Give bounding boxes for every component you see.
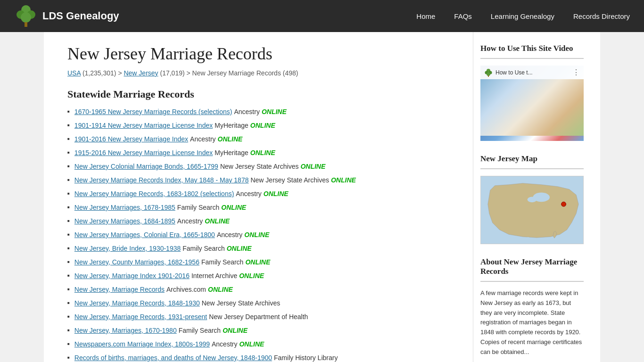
record-source: Family Search (177, 203, 219, 213)
list-item: New Jersey Marriages, 1678-1985 Family S… (67, 203, 459, 213)
list-item: New Jersey, Bride Index, 1930-1938 Famil… (67, 244, 459, 254)
online-badge: ONLINE (331, 175, 356, 185)
record-link[interactable]: Newspapers.com Marriage Index, 1800s-199… (74, 339, 210, 349)
video-thumbnail: How to Use t... ⋮ (480, 66, 584, 141)
record-source: MyHeritage (215, 121, 248, 131)
video-title-bar-text: How to Use t... (495, 69, 533, 76)
record-source: Family Search (182, 244, 224, 254)
online-badge: ONLINE (262, 107, 287, 117)
record-source: MyHeritage (215, 148, 248, 158)
page-title: New Jersey Marriage Records (67, 44, 459, 64)
record-source: Ancestry (177, 216, 203, 226)
video-logo-icon (484, 68, 493, 77)
about-section-title: About New Jersey Marriage Records (480, 257, 584, 276)
svg-point-3 (21, 12, 31, 23)
svg-point-12 (528, 197, 537, 202)
online-badge: ONLINE (218, 134, 243, 144)
video-section: How to Use This Site Video (480, 44, 584, 141)
record-link[interactable]: New Jersey Marriages, 1684-1895 (74, 216, 175, 226)
record-link[interactable]: 1915-2016 New Jersey Marriage License In… (74, 148, 213, 158)
breadcrumb-usa[interactable]: USA (67, 69, 81, 77)
list-item: 1670-1965 New Jersey Marriage Records (s… (67, 107, 459, 117)
nav-records-directory[interactable]: Records Directory (573, 12, 630, 20)
online-badge: ONLINE (221, 203, 246, 213)
video-container[interactable]: How to Use t... ⋮ (480, 66, 584, 141)
nj-map (480, 176, 584, 244)
record-source: New Jersey State Archives (250, 175, 329, 185)
video-dots-icon[interactable]: ⋮ (572, 68, 580, 77)
record-link[interactable]: New Jersey, Marriage Records, 1848-1930 (74, 298, 200, 308)
main-content: New Jersey Marriage Records USA (1,235,3… (53, 32, 473, 362)
record-source: Family Search (179, 326, 221, 336)
breadcrumb-nj[interactable]: New Jersey (124, 69, 158, 77)
list-item: 1915-2016 New Jersey Marriage License In… (67, 148, 459, 158)
record-link[interactable]: New Jersey, Marriage Index 1901-2016 (74, 271, 190, 281)
online-badge: ONLINE (239, 271, 264, 281)
record-link[interactable]: New Jersey Marriages, Colonial Era, 1665… (74, 230, 215, 240)
about-text: A few marriage records were kept in New … (480, 288, 584, 357)
record-link[interactable]: New Jersey, County Marriages, 1682-1956 (74, 257, 199, 267)
svg-rect-4 (25, 22, 27, 27)
record-link[interactable]: New Jersey, Bride Index, 1930-1938 (74, 244, 181, 254)
list-item: New Jersey, Marriage Records, 1931-prese… (67, 312, 459, 322)
record-source: Ancestry (190, 134, 215, 144)
nav-faqs[interactable]: FAQs (454, 12, 472, 20)
record-source: Internet Archive (191, 271, 237, 281)
online-badge: ONLINE (264, 189, 289, 199)
breadcrumb-usa-count: (1,235,301) > (83, 69, 124, 77)
nav-home[interactable]: Home (416, 12, 435, 20)
nav-learning-genealogy[interactable]: Learning Genealogy (491, 12, 554, 20)
online-badge: ONLINE (300, 162, 325, 172)
online-badge: ONLINE (223, 326, 248, 336)
record-link[interactable]: 1901-2016 New Jersey Marriage Index (74, 134, 188, 144)
record-link[interactable]: New Jersey, Marriage Records (74, 285, 165, 295)
record-link[interactable]: New Jersey Marriage Records, 1683-1802 (… (74, 189, 234, 199)
online-badge: ONLINE (250, 148, 275, 158)
map-container[interactable] (480, 176, 584, 244)
record-link[interactable]: New Jersey, Marriage Records, 1931-prese… (74, 312, 207, 322)
record-link[interactable]: Records of births, marriages, and deaths… (74, 353, 272, 362)
list-item: New Jersey, Marriages, 1670-1980 Family … (67, 326, 459, 336)
video-top-bar: How to Use t... ⋮ (480, 66, 584, 79)
record-link[interactable]: New Jersey Marriage Records Index, May 1… (74, 175, 249, 185)
record-source: Ancestry (236, 189, 261, 199)
section-title: Statewide Marriage Records (67, 88, 459, 100)
records-list: 1670-1965 New Jersey Marriage Records (s… (67, 107, 459, 362)
record-link[interactable]: 1670-1965 New Jersey Marriage Records (s… (74, 107, 232, 117)
record-link[interactable]: New Jersey Marriages, 1678-1985 (74, 203, 175, 213)
sidebar: How to Use This Site Video (473, 32, 591, 362)
logo-icon (14, 4, 38, 28)
main-nav: Home FAQs Learning Genealogy Records Dir… (416, 12, 630, 20)
record-source: Ancestry (212, 339, 237, 349)
logo-text: LDS Genealogy (42, 10, 119, 22)
record-link[interactable]: 1901-1914 New Jersey Marriage License In… (74, 121, 213, 131)
video-image-area (480, 79, 584, 136)
online-badge: ONLINE (245, 257, 270, 267)
record-link[interactable]: New Jersey, Marriages, 1670-1980 (74, 326, 177, 336)
list-item: New Jersey Marriage Records, 1683-1802 (… (67, 189, 459, 199)
list-item: New Jersey, Marriage Records Archives.co… (67, 285, 459, 295)
list-item: New Jersey Colonial Marriage Bonds, 1665… (67, 162, 459, 172)
breadcrumb-nj-rest: (17,019) > New Jersey Marriage Records (… (160, 69, 298, 77)
record-link[interactable]: New Jersey Colonial Marriage Bonds, 1665… (74, 162, 218, 172)
record-source: Family History Library (274, 353, 338, 362)
map-section-title: New Jersey Map (480, 154, 584, 164)
list-item: New Jersey Marriages, 1684-1895 Ancestry… (67, 216, 459, 226)
svg-rect-9 (488, 75, 489, 77)
svg-point-13 (561, 202, 566, 206)
record-source: New Jersey Department of Health (209, 312, 308, 322)
online-badge: ONLINE (250, 121, 275, 131)
video-section-title: How to Use This Site Video (480, 44, 584, 53)
list-item: Records of births, marriages, and deaths… (67, 353, 459, 362)
online-badge: ONLINE (244, 230, 269, 240)
online-badge: ONLINE (205, 216, 230, 226)
svg-point-8 (487, 72, 490, 76)
list-item: Newspapers.com Marriage Index, 1800s-199… (67, 339, 459, 349)
record-source: Archives.com (166, 285, 206, 295)
online-badge: ONLINE (227, 244, 252, 254)
record-source: Ancestry (234, 107, 259, 117)
record-source: New Jersey State Archives (202, 298, 281, 308)
list-item: New Jersey Marriage Records Index, May 1… (67, 175, 459, 185)
breadcrumb: USA (1,235,301) > New Jersey (17,019) > … (67, 69, 459, 77)
online-badge: ONLINE (239, 339, 264, 349)
